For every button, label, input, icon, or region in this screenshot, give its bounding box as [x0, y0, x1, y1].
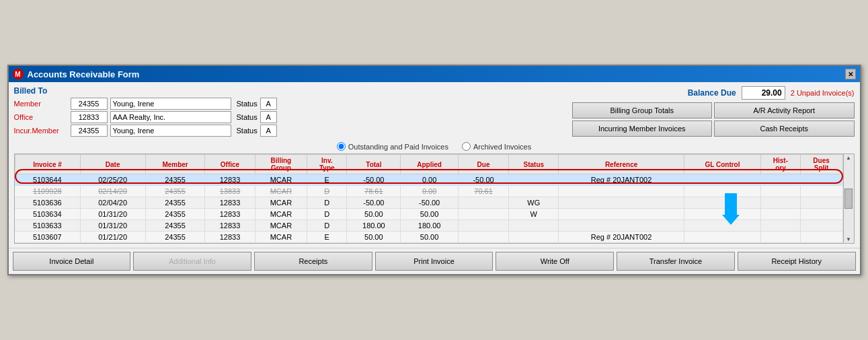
- office-name-field[interactable]: [110, 111, 231, 123]
- window-title: Accounts Receivable Form: [28, 69, 140, 79]
- content-area: Billed To Member Status Office Status: [9, 82, 860, 248]
- col-reference: Reference: [559, 155, 684, 174]
- incur-member-id-field[interactable]: [71, 125, 108, 137]
- col-due: Due: [458, 155, 508, 174]
- title-bar-left: M Accounts Receivable Form: [13, 69, 140, 79]
- billed-to-title: Billed To: [14, 86, 565, 96]
- member-status-field[interactable]: [260, 98, 277, 110]
- main-window: M Accounts Receivable Form ✕ Billed To M…: [7, 65, 861, 275]
- col-invoice: Invoice #: [15, 155, 80, 174]
- action-buttons-grid: Billing Group Totals A/R Activity Report…: [572, 102, 855, 137]
- invoice-table-container: Invoice # Date Member Office BillingGrou…: [14, 154, 855, 244]
- outstanding-paid-radio-label[interactable]: Outstanding and Paid Invoices: [337, 142, 448, 151]
- scroll-down-button[interactable]: ▼: [846, 236, 851, 242]
- table-row[interactable]: 510363602/04/202435512833MCARD-50.00-50.…: [15, 197, 842, 209]
- unpaid-invoices-label: 2 Unpaid Invoice(s): [791, 89, 855, 97]
- table-header-row: Invoice # Date Member Office BillingGrou…: [15, 155, 842, 174]
- archived-radio[interactable]: [462, 142, 471, 151]
- invoice-detail-button[interactable]: Invoice Detail: [13, 252, 131, 271]
- table-row[interactable]: 110992802/14/202435513833MCARD78.610.007…: [15, 186, 842, 197]
- table-wrapper: Invoice # Date Member Office BillingGrou…: [15, 154, 854, 243]
- invoice-table-body: 510364402/25/202435512833MCARE-50.000.00…: [15, 174, 842, 243]
- col-dues-split: DuesSplit: [800, 155, 842, 174]
- incur-member-name-field[interactable]: [110, 125, 231, 137]
- office-row: Office Status: [14, 111, 565, 123]
- right-summary-section: Balance Due 2 Unpaid Invoice(s) Billing …: [572, 86, 855, 138]
- write-off-button[interactable]: Write Off: [496, 252, 614, 271]
- cash-receipts-button[interactable]: Cash Receipts: [714, 121, 855, 137]
- top-section: Billed To Member Status Office Status: [14, 86, 855, 138]
- title-bar: M Accounts Receivable Form ✕: [9, 66, 860, 82]
- radio-row: Outstanding and Paid Invoices Archived I…: [14, 142, 855, 151]
- office-label: Office: [14, 113, 68, 121]
- member-label: Member: [14, 100, 68, 108]
- office-id-field[interactable]: [71, 111, 108, 123]
- incur-status-field[interactable]: [260, 125, 277, 137]
- additional-info-button[interactable]: Additional Info: [133, 252, 251, 271]
- print-invoice-button[interactable]: Print Invoice: [375, 252, 494, 271]
- col-inv-type: Inv.Type: [307, 155, 347, 174]
- footer-bar: Invoice Detail Additional Info Receipts …: [9, 248, 860, 274]
- office-status-field[interactable]: [260, 111, 277, 123]
- col-applied: Applied: [401, 155, 459, 174]
- incur-member-label: Incur.Member: [14, 127, 68, 135]
- col-billing-group: BillingGroup: [255, 155, 307, 174]
- receipts-button[interactable]: Receipts: [254, 252, 372, 271]
- billing-group-totals-button[interactable]: Billing Group Totals: [572, 102, 713, 118]
- billed-to-section: Billed To Member Status Office Status: [14, 86, 565, 138]
- balance-row: Balance Due 2 Unpaid Invoice(s): [572, 86, 855, 100]
- col-total: Total: [347, 155, 401, 174]
- table-scroll: Invoice # Date Member Office BillingGrou…: [15, 154, 843, 243]
- scroll-thumb[interactable]: [844, 189, 853, 209]
- archived-radio-label[interactable]: Archived Invoices: [462, 142, 531, 151]
- col-date: Date: [80, 155, 145, 174]
- app-icon: M: [13, 69, 24, 79]
- scroll-up-button[interactable]: ▲: [846, 155, 851, 161]
- receipt-history-button[interactable]: Receipt History: [738, 252, 856, 271]
- table-row[interactable]: 510364402/25/202435512833MCARE-50.000.00…: [15, 174, 842, 186]
- archived-label: Archived Invoices: [473, 143, 531, 151]
- table-row[interactable]: 510360701/21/202435512833MCARE50.0050.00…: [15, 232, 842, 243]
- member-id-field[interactable]: [71, 98, 108, 110]
- incurring-member-invoices-button[interactable]: Incurring Member Invoices: [572, 121, 713, 137]
- incur-status-label: Status: [237, 127, 258, 135]
- member-name-field[interactable]: [110, 98, 231, 110]
- ar-activity-report-button[interactable]: A/R Activity Report: [714, 102, 855, 118]
- balance-due-label: Balance Due: [688, 88, 736, 98]
- close-button[interactable]: ✕: [845, 69, 856, 79]
- col-office: Office: [205, 155, 255, 174]
- office-status-label: Status: [237, 113, 258, 121]
- incur-member-row: Incur.Member Status: [14, 125, 565, 137]
- invoice-table: Invoice # Date Member Office BillingGrou…: [15, 154, 843, 243]
- col-gl-control: GL Control: [684, 155, 760, 174]
- member-row: Member Status: [14, 98, 565, 110]
- outstanding-paid-radio[interactable]: [337, 142, 346, 151]
- member-status-label: Status: [237, 100, 258, 108]
- outstanding-paid-label: Outstanding and Paid Invoices: [348, 143, 448, 151]
- scrollbar[interactable]: ▲ ▼: [843, 154, 854, 243]
- transfer-invoice-button[interactable]: Transfer Invoice: [617, 252, 735, 271]
- balance-due-field[interactable]: [742, 86, 785, 100]
- col-history: Hist-ory: [761, 155, 801, 174]
- table-row[interactable]: 510363301/31/202435512833MCARD180.00180.…: [15, 220, 842, 232]
- col-status: Status: [509, 155, 559, 174]
- col-member: Member: [145, 155, 205, 174]
- table-row[interactable]: 510363401/31/202435512833MCARD50.0050.00…: [15, 209, 842, 220]
